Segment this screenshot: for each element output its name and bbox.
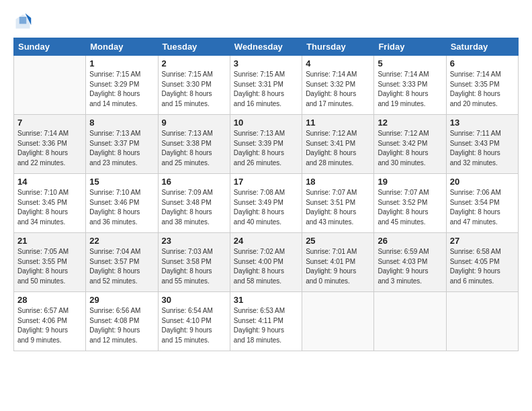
calendar-cell: 31Sunrise: 6:53 AM Sunset: 4:11 PM Dayli… xyxy=(230,292,302,351)
day-info: Sunrise: 7:12 AM Sunset: 3:41 PM Dayligh… xyxy=(306,129,370,168)
calendar-cell: 10Sunrise: 7:13 AM Sunset: 3:39 PM Dayli… xyxy=(230,115,302,174)
day-info: Sunrise: 6:58 AM Sunset: 4:05 PM Dayligh… xyxy=(450,247,515,286)
calendar-cell: 21Sunrise: 7:05 AM Sunset: 3:55 PM Dayli… xyxy=(14,233,86,292)
day-number: 1 xyxy=(89,58,154,68)
day-info: Sunrise: 7:09 AM Sunset: 3:48 PM Dayligh… xyxy=(162,188,226,227)
day-number: 20 xyxy=(450,177,515,187)
calendar-week-row: 28Sunrise: 6:57 AM Sunset: 4:06 PM Dayli… xyxy=(14,292,519,351)
calendar-week-row: 7Sunrise: 7:14 AM Sunset: 3:36 PM Daylig… xyxy=(14,115,519,174)
day-number: 12 xyxy=(378,118,442,128)
day-info: Sunrise: 7:04 AM Sunset: 3:57 PM Dayligh… xyxy=(89,247,154,286)
calendar-cell: 22Sunrise: 7:04 AM Sunset: 3:57 PM Dayli… xyxy=(86,233,158,292)
day-number: 21 xyxy=(17,236,82,246)
calendar-day-header: Friday xyxy=(374,38,446,56)
calendar-day-header: Thursday xyxy=(302,38,374,56)
day-info: Sunrise: 7:01 AM Sunset: 4:01 PM Dayligh… xyxy=(306,247,370,286)
day-info: Sunrise: 7:13 AM Sunset: 3:39 PM Dayligh… xyxy=(234,129,298,168)
logo xyxy=(13,12,35,31)
day-number: 10 xyxy=(234,118,298,128)
calendar-cell: 15Sunrise: 7:10 AM Sunset: 3:46 PM Dayli… xyxy=(86,174,158,233)
day-info: Sunrise: 7:14 AM Sunset: 3:36 PM Dayligh… xyxy=(17,129,82,168)
day-info: Sunrise: 7:08 AM Sunset: 3:49 PM Dayligh… xyxy=(234,188,298,227)
day-number: 30 xyxy=(162,295,226,305)
day-number: 28 xyxy=(17,295,82,305)
day-info: Sunrise: 7:13 AM Sunset: 3:37 PM Dayligh… xyxy=(89,129,154,168)
day-number: 11 xyxy=(306,118,370,128)
day-number: 26 xyxy=(378,236,442,246)
calendar-cell: 14Sunrise: 7:10 AM Sunset: 3:45 PM Dayli… xyxy=(14,174,86,233)
day-number: 19 xyxy=(378,177,442,187)
calendar-week-row: 21Sunrise: 7:05 AM Sunset: 3:55 PM Dayli… xyxy=(14,233,519,292)
calendar-cell xyxy=(302,292,374,351)
day-info: Sunrise: 7:13 AM Sunset: 3:38 PM Dayligh… xyxy=(162,129,226,168)
day-number: 14 xyxy=(17,177,82,187)
calendar-cell: 3Sunrise: 7:15 AM Sunset: 3:31 PM Daylig… xyxy=(230,56,302,115)
day-number: 15 xyxy=(89,177,154,187)
day-info: Sunrise: 7:10 AM Sunset: 3:46 PM Dayligh… xyxy=(89,188,154,227)
day-info: Sunrise: 7:02 AM Sunset: 4:00 PM Dayligh… xyxy=(234,247,298,286)
calendar-cell: 5Sunrise: 7:14 AM Sunset: 3:33 PM Daylig… xyxy=(374,56,446,115)
day-number: 13 xyxy=(450,118,515,128)
calendar-cell: 13Sunrise: 7:11 AM Sunset: 3:43 PM Dayli… xyxy=(446,115,518,174)
calendar-cell: 1Sunrise: 7:15 AM Sunset: 3:29 PM Daylig… xyxy=(86,56,158,115)
day-number: 27 xyxy=(450,236,515,246)
day-number: 17 xyxy=(234,177,298,187)
day-number: 22 xyxy=(89,236,154,246)
day-number: 31 xyxy=(234,295,298,305)
day-number: 29 xyxy=(89,295,154,305)
calendar-cell: 18Sunrise: 7:07 AM Sunset: 3:51 PM Dayli… xyxy=(302,174,374,233)
calendar-cell: 29Sunrise: 6:56 AM Sunset: 4:08 PM Dayli… xyxy=(86,292,158,351)
calendar-cell: 28Sunrise: 6:57 AM Sunset: 4:06 PM Dayli… xyxy=(14,292,86,351)
calendar-cell: 26Sunrise: 6:59 AM Sunset: 4:03 PM Dayli… xyxy=(374,233,446,292)
calendar-cell: 8Sunrise: 7:13 AM Sunset: 3:37 PM Daylig… xyxy=(86,115,158,174)
calendar-cell: 27Sunrise: 6:58 AM Sunset: 4:05 PM Dayli… xyxy=(446,233,518,292)
day-number: 3 xyxy=(234,58,298,68)
calendar-cell: 20Sunrise: 7:06 AM Sunset: 3:54 PM Dayli… xyxy=(446,174,518,233)
day-info: Sunrise: 7:15 AM Sunset: 3:29 PM Dayligh… xyxy=(89,70,154,109)
day-number: 25 xyxy=(306,236,370,246)
calendar-day-header: Sunday xyxy=(14,38,86,56)
logo-icon xyxy=(13,12,32,31)
calendar-cell: 4Sunrise: 7:14 AM Sunset: 3:32 PM Daylig… xyxy=(302,56,374,115)
day-number: 16 xyxy=(162,177,226,187)
calendar-cell: 17Sunrise: 7:08 AM Sunset: 3:49 PM Dayli… xyxy=(230,174,302,233)
calendar-cell: 9Sunrise: 7:13 AM Sunset: 3:38 PM Daylig… xyxy=(158,115,230,174)
calendar-header-row: SundayMondayTuesdayWednesdayThursdayFrid… xyxy=(14,38,519,56)
day-info: Sunrise: 7:06 AM Sunset: 3:54 PM Dayligh… xyxy=(450,188,515,227)
calendar-cell xyxy=(446,292,518,351)
day-info: Sunrise: 7:07 AM Sunset: 3:52 PM Dayligh… xyxy=(378,188,442,227)
calendar-cell: 25Sunrise: 7:01 AM Sunset: 4:01 PM Dayli… xyxy=(302,233,374,292)
day-number: 5 xyxy=(378,58,442,68)
calendar-day-header: Wednesday xyxy=(230,38,302,56)
day-number: 24 xyxy=(234,236,298,246)
day-info: Sunrise: 6:57 AM Sunset: 4:06 PM Dayligh… xyxy=(17,306,82,345)
calendar-cell: 11Sunrise: 7:12 AM Sunset: 3:41 PM Dayli… xyxy=(302,115,374,174)
calendar-day-header: Saturday xyxy=(446,38,518,56)
calendar-day-header: Monday xyxy=(86,38,158,56)
day-number: 7 xyxy=(17,118,82,128)
day-number: 6 xyxy=(450,58,515,68)
calendar-week-row: 1Sunrise: 7:15 AM Sunset: 3:29 PM Daylig… xyxy=(14,56,519,115)
calendar-cell xyxy=(374,292,446,351)
day-info: Sunrise: 7:05 AM Sunset: 3:55 PM Dayligh… xyxy=(17,247,82,286)
calendar-cell: 19Sunrise: 7:07 AM Sunset: 3:52 PM Dayli… xyxy=(374,174,446,233)
day-info: Sunrise: 7:10 AM Sunset: 3:45 PM Dayligh… xyxy=(17,188,82,227)
calendar-cell xyxy=(14,56,86,115)
header xyxy=(13,12,519,31)
day-info: Sunrise: 7:12 AM Sunset: 3:42 PM Dayligh… xyxy=(378,129,442,168)
calendar-week-row: 14Sunrise: 7:10 AM Sunset: 3:45 PM Dayli… xyxy=(14,174,519,233)
day-number: 8 xyxy=(89,118,154,128)
day-info: Sunrise: 6:53 AM Sunset: 4:11 PM Dayligh… xyxy=(234,306,298,345)
calendar-cell: 12Sunrise: 7:12 AM Sunset: 3:42 PM Dayli… xyxy=(374,115,446,174)
calendar-cell: 6Sunrise: 7:14 AM Sunset: 3:35 PM Daylig… xyxy=(446,56,518,115)
day-number: 23 xyxy=(162,236,226,246)
day-info: Sunrise: 7:07 AM Sunset: 3:51 PM Dayligh… xyxy=(306,188,370,227)
page: SundayMondayTuesdayWednesdayThursdayFrid… xyxy=(0,0,532,411)
calendar: SundayMondayTuesdayWednesdayThursdayFrid… xyxy=(13,38,519,351)
day-number: 18 xyxy=(306,177,370,187)
calendar-cell: 23Sunrise: 7:03 AM Sunset: 3:58 PM Dayli… xyxy=(158,233,230,292)
calendar-cell: 30Sunrise: 6:54 AM Sunset: 4:10 PM Dayli… xyxy=(158,292,230,351)
day-info: Sunrise: 7:14 AM Sunset: 3:35 PM Dayligh… xyxy=(450,70,515,109)
day-info: Sunrise: 6:59 AM Sunset: 4:03 PM Dayligh… xyxy=(378,247,442,286)
day-number: 2 xyxy=(162,58,226,68)
